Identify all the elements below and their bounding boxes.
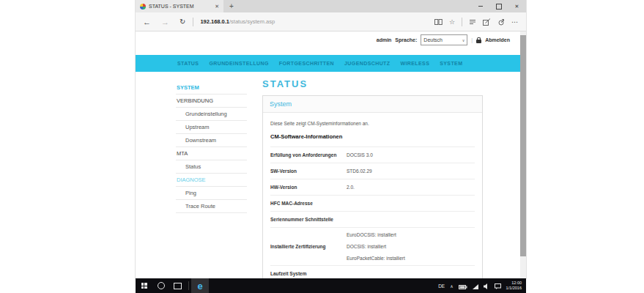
reading-view-button[interactable]	[434, 18, 443, 26]
sidebar-item-mta[interactable]: MTA	[176, 147, 247, 160]
info-row-installierte-zertifizierung: Installierte ZertifizierungEuroDOCSIS: i…	[270, 227, 475, 265]
info-label: SW-Version	[270, 168, 347, 174]
window-controls: ✕	[471, 0, 526, 12]
windows-logo-icon	[141, 283, 147, 289]
new-tab-button[interactable]: +	[223, 0, 240, 12]
browser-toolbar: ← → ↻ 192.168.0.1/status/system.asp ☆ ⋯	[136, 12, 526, 31]
info-label: Installierte Zertifizierung	[270, 244, 347, 249]
close-button[interactable]: ✕	[508, 0, 526, 12]
tray-chevron-up-icon[interactable]: ∧	[450, 283, 453, 289]
info-values: EuroDOCSIS: installiertDOCSIS: installie…	[347, 232, 405, 261]
favorites-star-button[interactable]: ☆	[449, 18, 455, 26]
forward-button[interactable]: →	[161, 18, 169, 26]
language-label: Sprache:	[395, 37, 417, 42]
sidebar-item-diagnose[interactable]: DIAGNOSE	[176, 174, 247, 187]
language-indicator[interactable]: DE	[438, 283, 445, 289]
share-button[interactable]	[497, 18, 505, 26]
info-label: Laufzeit System	[270, 271, 347, 276]
browser-tab[interactable]: STATUS - SYSTEM ✕	[136, 0, 223, 12]
task-view-button[interactable]	[169, 278, 186, 293]
sidebar-item-upstream[interactable]: Upstream	[176, 121, 247, 134]
info-value: DOCSIS 3.0	[347, 152, 373, 157]
minimize-button[interactable]	[471, 0, 489, 12]
info-value: DOCSIS: installiert	[347, 244, 405, 249]
nav-item-grundeinstellung[interactable]: GRUNDEINSTELLUNG	[209, 61, 268, 66]
refresh-button[interactable]: ↻	[179, 18, 185, 26]
info-values: STD6.02.29	[347, 168, 372, 174]
info-values: 2.0.	[347, 185, 355, 190]
task-view-icon	[174, 283, 182, 289]
nav-item-jugendschutz[interactable]: JUGENDSCHUTZ	[344, 61, 390, 66]
nav-item-status[interactable]: STATUS	[177, 61, 199, 66]
logout-link[interactable]: Abmelden	[485, 37, 510, 42]
sidebar-item-downstream[interactable]: Downstream	[176, 134, 247, 147]
url-path: /status/system.asp	[229, 18, 275, 25]
browser-window: STATUS - SYSTEM ✕ + ✕ ← → ↻ 192.168.0.1/…	[136, 0, 526, 278]
toolbar-divider	[462, 18, 462, 26]
page-scrollbar[interactable]	[520, 31, 526, 278]
info-row-hw-version: HW-Version2.0.	[270, 179, 475, 195]
start-button[interactable]	[136, 278, 152, 293]
account-bar: admin Sprache: Deutsch ∨ | Abmelden	[377, 34, 510, 45]
info-value: EuroPacketCable: installiert	[347, 256, 405, 261]
lock-icon	[476, 40, 481, 43]
edge-taskbar-button[interactable]: e	[191, 278, 209, 293]
minimize-icon	[478, 6, 483, 7]
sidebar-item-grundeinstellung[interactable]: Grundeinstellung	[176, 108, 247, 121]
panel-title: System	[263, 96, 482, 113]
scrollbar-thumb[interactable]	[520, 35, 526, 256]
back-button[interactable]: ←	[143, 18, 151, 26]
info-row-hfc-mac-adresse: HFC MAC-Adresse	[270, 195, 475, 211]
desktop: STATUS - SYSTEM ✕ + ✕ ← → ↻ 192.168.0.1/…	[0, 0, 644, 293]
info-row-sw-version: SW-VersionSTD6.02.29	[270, 163, 475, 179]
language-select[interactable]: Deutsch ∨	[421, 34, 467, 45]
maximize-icon	[496, 4, 502, 10]
maximize-button[interactable]	[489, 0, 508, 12]
nav-item-wireless[interactable]: WIRELESS	[400, 61, 429, 66]
sidebar-item-ping[interactable]: Ping	[176, 187, 247, 200]
info-value: 2.0.	[347, 185, 355, 190]
language-selected-value: Deutsch	[423, 37, 443, 42]
panel-intro-text: Diese Seite zeigt CM-Systeminformationen…	[270, 121, 475, 126]
info-value: EuroDOCSIS: installiert	[347, 232, 405, 237]
sidebar-item-status[interactable]: Status	[176, 160, 247, 174]
url-host: 192.168.0.1	[200, 18, 229, 25]
action-center-icon[interactable]	[495, 279, 501, 292]
web-note-button[interactable]	[483, 18, 491, 26]
taskbar-clock[interactable]: 12:00 1/1/2016	[506, 281, 522, 291]
sidebar-item-system[interactable]: SYSTEM	[176, 81, 247, 94]
hub-button[interactable]	[469, 18, 476, 26]
edge-icon: e	[197, 281, 202, 291]
info-table: Erfüllung von AnforderungenDOCSIS 3.0SW-…	[270, 146, 475, 278]
globe-favicon-icon	[140, 4, 146, 10]
system-tray: DE ∧ 12:00 1/1/2016	[438, 279, 524, 292]
more-options-button[interactable]: ⋯	[511, 18, 519, 26]
toolbar-icons: ☆ ⋯	[434, 18, 519, 26]
username-label: admin	[377, 37, 392, 42]
volume-icon[interactable]	[484, 279, 489, 292]
top-navigation: STATUSGRUNDEINSTELLUNGFORTGESCHRITTENJUG…	[136, 55, 520, 72]
taskbar: e DE ∧ 12:00 1/1/2016	[136, 278, 526, 293]
info-label: Erfüllung von Anforderungen	[270, 152, 347, 157]
nav-item-fortgeschritten[interactable]: FORTGESCHRITTEN	[279, 61, 334, 66]
clock-time: 12:00	[506, 281, 522, 286]
address-bar[interactable]: 192.168.0.1/status/system.asp	[200, 18, 275, 25]
clock-date: 1/1/2016	[506, 286, 522, 291]
battery-icon[interactable]	[459, 279, 467, 292]
nav-item-system[interactable]: SYSTEM	[440, 61, 462, 66]
tab-title: STATUS - SYSTEM	[149, 4, 212, 9]
info-value: STD6.02.29	[347, 168, 372, 174]
sidebar-item-verbindung[interactable]: VERBINDUNG	[176, 94, 247, 108]
tab-bar: STATUS - SYSTEM ✕ + ✕	[136, 0, 526, 12]
cortana-button[interactable]	[152, 278, 169, 293]
sidebar-item-trace-route[interactable]: Trace Route	[176, 200, 247, 213]
taskbar-divider	[188, 281, 189, 290]
info-label: HW-Version	[270, 185, 347, 190]
network-signal-icon[interactable]	[473, 279, 478, 292]
info-row-erf-llung-von-anforderungen: Erfüllung von AnforderungenDOCSIS 3.0	[270, 146, 475, 163]
cortana-circle-icon	[158, 282, 165, 289]
close-icon: ✕	[515, 4, 519, 10]
info-label: HFC MAC-Adresse	[270, 201, 347, 206]
tab-close-icon[interactable]: ✕	[215, 4, 219, 10]
chevron-down-icon: ∨	[462, 38, 465, 42]
